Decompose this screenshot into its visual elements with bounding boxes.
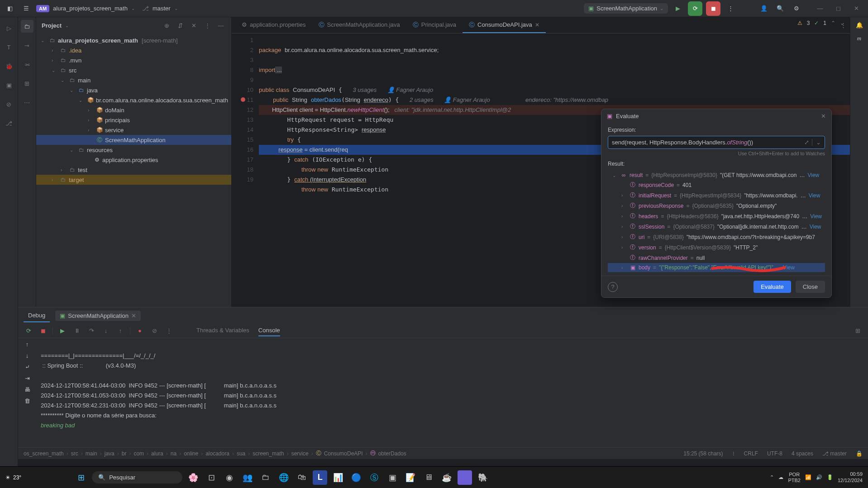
chevron-up-icon[interactable]: ⌃ [831,20,835,26]
step-over-icon[interactable]: ↷ [86,326,96,336]
battery-icon[interactable]: 🔋 [827,474,833,480]
tree-item-app-class[interactable]: ⒸScreenMathApplication [36,135,231,145]
maven-icon[interactable]: m [857,35,861,42]
history-dropdown-icon[interactable]: ⌄ [812,139,821,146]
notepad-icon[interactable]: 📝 [403,470,418,485]
close-button[interactable]: Close [796,281,825,293]
commit-tool-icon[interactable]: ⊸ [21,39,33,52]
hide-panel-icon[interactable]: — [216,20,226,30]
chevron-down-icon[interactable]: ⌄ [174,6,178,11]
scroll-down-icon[interactable]: ↓ [26,352,29,359]
minimize-button[interactable]: — [812,2,828,15]
editor-gutter[interactable]: 1238910 11 1213141516171819 [232,33,259,307]
tree-item-main[interactable]: ⌄🗀main [36,75,231,85]
result-row-root[interactable]: ⌄∞result = {HttpResponseImpl@5830} "(GET… [608,171,825,180]
run-config-selector[interactable]: ▣ ScreenMathApplication ⌄ [584,3,668,14]
panel-options-icon[interactable]: ⋮ [202,20,212,30]
result-row-body[interactable]: ›▣body = "{"Response":"False","Error":"I… [608,263,825,272]
help-icon[interactable]: ? [608,282,618,292]
breadcrumb-method[interactable]: obterDados [378,450,406,457]
close-tab-icon[interactable]: ✕ [535,22,539,28]
breadcrumb-segment[interactable]: main [86,450,97,457]
start-button[interactable]: ⊞ [74,470,88,485]
close-dialog-icon[interactable]: ✕ [821,113,826,120]
taskbar-app[interactable]: 🌸 [186,470,200,485]
vcs-branch-icon[interactable]: ⎇ [142,5,149,12]
taskbar-app[interactable]: L [313,470,327,485]
result-tree[interactable]: ⌄∞result = {HttpResponseImpl@5830} "(GET… [608,171,825,272]
copilot-icon[interactable]: ◉ [222,470,237,485]
notifications-icon[interactable]: 🔔 [856,22,863,29]
terminal-app-icon[interactable]: ▣ [385,470,400,485]
pull-requests-icon[interactable]: ⫘ [21,58,33,71]
print-icon[interactable]: 🖶 [24,386,30,393]
soft-wrap-icon[interactable]: ⤶ [25,364,30,370]
chevron-down-icon[interactable]: ⌄ [840,20,844,26]
volume-icon[interactable]: 🔊 [816,474,822,480]
result-row[interactable]: ›ⓕheaders = {HttpHeaders@5836} "java.net… [608,211,825,221]
file-explorer-icon[interactable]: 🗀 [258,470,273,485]
cursor-position[interactable]: 15:25 (58 chars) [683,450,723,457]
run-tool-icon[interactable]: ▷ [3,22,15,34]
breadcrumb-segment[interactable]: online [184,450,198,457]
breadcrumb-segment[interactable]: br [122,450,127,457]
result-row[interactable]: ⓕresponseCode = 401 [608,180,825,190]
project-tool-icon[interactable]: 🗀 [21,20,33,33]
breadcrumb-segment[interactable]: alocadora [205,450,229,457]
chevron-down-icon[interactable]: ⌄ [65,23,69,28]
line-separator[interactable]: CRLF [744,450,758,457]
tree-item-src[interactable]: ⌄🗀src [36,65,231,75]
stop-button[interactable]: ◼ [706,1,720,16]
threads-variables-tab[interactable]: Threads & Variables [196,325,249,336]
task-view-icon[interactable]: ⊡ [204,470,219,485]
mute-breakpoints-icon[interactable]: ⊘ [149,326,159,336]
editor-inspection-badges[interactable]: ⚠3 ✓1 ⌃ ⌄ [797,20,844,26]
debug-button[interactable]: ⟳ [688,1,702,16]
result-row[interactable]: ⓕrawChannelProvider = null [608,253,825,263]
taskbar-app[interactable]: 📊 [331,470,345,485]
maximize-button[interactable]: ◻ [830,2,846,15]
git-branch-status[interactable]: ⎇ master [822,450,847,457]
tab-screenmath-app[interactable]: ⒸScreenMathApplication.java [312,17,406,33]
system-tray[interactable]: ⌃ ☁ PORPTB2 📶 🔊 🔋 00:5912/12/2024 [770,471,863,483]
structure-icon[interactable]: ⊞ [21,77,33,90]
run-button[interactable]: ▶ [672,2,684,15]
view-breakpoints-icon[interactable]: ● [135,326,145,336]
tree-item-idea[interactable]: ›🗀.idea [36,45,231,55]
tray-chevron-icon[interactable]: ⌃ [770,474,774,480]
breadcrumb-segment[interactable]: alura [151,450,163,457]
more-debug-icon[interactable]: ⋮ [164,326,174,336]
skype-icon[interactable]: Ⓢ [367,470,382,485]
code-with-me-icon[interactable]: 👤 [758,2,770,15]
result-row[interactable]: ›ⓕsslSession = {Optional@5837} "Optional… [608,221,825,232]
layout-settings-icon[interactable]: ⊞ [853,326,863,336]
lock-icon[interactable]: 🔒 [856,450,863,457]
main-menu-icon[interactable]: ☰ [20,2,33,15]
tab-consumodeapi[interactable]: ⒸConsumoDeAPI.java✕ [463,17,546,33]
step-out-icon[interactable]: ↑ [115,326,125,336]
intellij-icon[interactable] [458,470,472,485]
select-opened-file-icon[interactable]: ⊕ [162,20,172,30]
indent-guide-icon[interactable]: ⫶ [732,450,735,457]
tree-item-java[interactable]: ⌄🗀java [36,85,231,95]
search-icon[interactable]: 🔍 [774,2,787,15]
git-icon[interactable]: ⎇ [3,117,15,129]
taskbar-app[interactable]: 🖥 [421,470,436,485]
tree-root[interactable]: ⌄🗀 alura_projetos_screen_math [screen-ma… [36,35,231,45]
more-actions-icon[interactable]: ⋮ [724,2,737,15]
store-icon[interactable]: 🛍 [295,470,309,485]
chevron-down-icon[interactable]: ⌄ [131,6,135,11]
stop-icon[interactable]: ◼ [38,326,48,336]
result-row[interactable]: ›ⓕinitialRequest = {HttpRequestImpl@5834… [608,190,825,201]
project-tree[interactable]: ⌄🗀 alura_projetos_screen_math [screen-ma… [36,33,231,307]
taskbar-search[interactable]: 🔍Pesquisar [92,471,182,483]
tests-icon[interactable]: T [3,41,15,53]
indent-setting[interactable]: 4 spaces [792,450,813,457]
expand-all-icon[interactable]: ⇵ [175,20,185,30]
expression-input[interactable]: send(request, HttpResponse.BodyHandlers.… [608,136,825,149]
taskbar-clock[interactable]: 00:5912/12/2024 [838,471,863,483]
tree-item-resources[interactable]: ⌄🗀resources [36,145,231,155]
tree-item-domain[interactable]: ›📦doMain [36,105,231,115]
more-tools-icon[interactable]: ⋯ [21,96,33,109]
teams-icon[interactable]: 👥 [240,470,255,485]
